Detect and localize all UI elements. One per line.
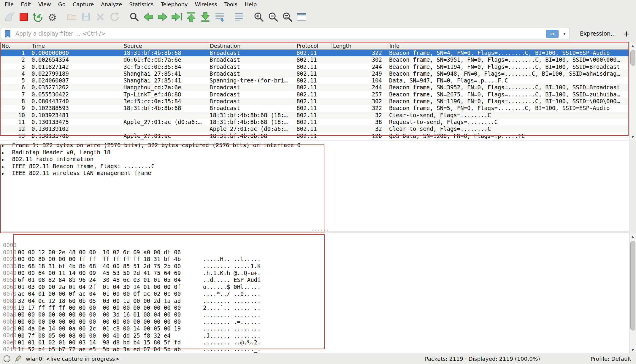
expander-icon[interactable]: ▸: [0, 170, 9, 177]
packet-row[interactable]: 10 0.103923481 18:31:bf:4b:8b:68 (18:… 8…: [0, 112, 629, 119]
hex-row[interactable]: 0030 00 00 64 00 11 14 00 09 45 53 50 2d…: [0, 256, 629, 263]
column-header-source[interactable]: Source: [122, 43, 208, 49]
filter-history-caret[interactable]: ▾: [560, 30, 569, 37]
expander-icon[interactable]: ▸: [0, 150, 9, 157]
hex-row[interactable]: 0060 ac 04 01 00 00 0f ac 04 01 00 00 0f…: [0, 276, 629, 283]
hex-row[interactable]: 00c0 00 7f 08 05 00 08 00 00 00 40 dd 25…: [0, 318, 629, 325]
zoom-in-icon: [253, 11, 265, 24]
menu-item[interactable]: Statistics: [126, 0, 157, 9]
column-header-no[interactable]: No.: [0, 43, 30, 49]
hex-row[interactable]: 0100 50 f2 02 01 01 84 00 03 a4 00 00 27…: [0, 346, 629, 353]
go-to-bottom-button[interactable]: [198, 11, 212, 24]
close-file-button[interactable]: [93, 11, 107, 24]
reload-file-button[interactable]: [107, 11, 122, 24]
apply-filter-button[interactable]: →: [546, 30, 559, 38]
stop-capture-button[interactable]: [17, 11, 31, 24]
packet-row[interactable]: 3 0.011827142 3c:f5:cc:0e:35:84 Broadcas…: [0, 63, 629, 70]
packet-row[interactable]: 13 0.130135706 Apple_27:01:ac 18:31:bf:4…: [0, 133, 629, 139]
hex-row[interactable]: 0010 00 00 80 00 00 00 ff ff ff ff ff ff…: [0, 242, 629, 249]
column-header-protocol[interactable]: Protocol: [295, 43, 332, 49]
packet-row[interactable]: 12 0.130139102 Apple_27:01:ac (d0:a6:… 8…: [0, 125, 629, 132]
column-header-time[interactable]: Time: [30, 43, 122, 49]
resize-columns-button[interactable]: [294, 11, 309, 24]
packet-row[interactable]: 5 0.024060087 Shanghai_27:85:41 Spanning…: [0, 77, 629, 84]
packet-row[interactable]: 4 0.022799189 Shanghai_27:85:41 Broadcas…: [0, 70, 629, 77]
packet-row[interactable]: 8 0.080443740 3e:f5:cc:0e:35:84 Broadcas…: [0, 98, 629, 105]
packet-row[interactable]: 11 0.130133475 Apple_27:01:ac (d0:a6:… 1…: [0, 119, 629, 125]
menu-item[interactable]: Help: [241, 0, 260, 9]
packet-detail-row[interactable]: ▸ IEEE 802.11 Beacon frame, Flags: .....…: [0, 163, 629, 170]
profile-text[interactable]: Profile: Default: [591, 356, 631, 362]
zoom-reset-button[interactable]: [280, 11, 294, 24]
colorize-button[interactable]: [232, 11, 246, 24]
hex-row[interactable]: 0050 01 03 00 00 2a 01 04 2f 01 04 30 14…: [0, 270, 629, 276]
packet-detail-row[interactable]: ▸ IEEE 802.11 wireless LAN management fr…: [0, 170, 629, 177]
scroll-down-icon[interactable]: ▼: [629, 346, 636, 353]
packet-detail-row[interactable]: ▸ Frame 1: 322 bytes on wire (2576 bits)…: [0, 142, 629, 149]
zoom-in-button[interactable]: [252, 11, 266, 24]
capture-status-text: wlan0: <live capture in progress>: [26, 356, 120, 362]
menu-item[interactable]: Tools: [221, 0, 241, 9]
packet-detail-row[interactable]: ▸ 802.11 radio information: [0, 156, 629, 163]
menu-item[interactable]: View: [35, 0, 55, 9]
open-file-button[interactable]: [65, 11, 79, 24]
splitter-handle-icon[interactable]: ······: [297, 227, 344, 234]
menu-item[interactable]: Analyze: [97, 0, 126, 9]
expander-icon[interactable]: ▸: [0, 156, 9, 163]
scroll-up-icon[interactable]: ▲: [629, 42, 636, 49]
scroll-down-icon[interactable]: ▼: [629, 133, 636, 140]
menu-item[interactable]: Telephony: [157, 0, 191, 9]
menu-item[interactable]: Edit: [17, 0, 35, 9]
hex-row[interactable]: 0000 00 00 12 00 2e 48 00 00 10 02 6c 09…: [0, 235, 629, 242]
packet-no: 12: [0, 125, 30, 132]
hex-row[interactable]: 00f0 3a ed dd 09 00 10 18 02 03 00 9c 00…: [0, 339, 629, 346]
hex-row[interactable]: 00b0 00 4a 0e 14 00 0a 00 2c 01 c8 00 14…: [0, 311, 629, 318]
capture-comment-icon[interactable]: [15, 355, 22, 362]
menu-item[interactable]: File: [1, 0, 17, 9]
menu-item[interactable]: Go: [55, 0, 69, 9]
hex-row[interactable]: 00d0 01 01 01 02 01 00 03 14 98 d8 bd b4…: [0, 325, 629, 332]
packet-row[interactable]: 9 0.102388593 18:31:bf:4b:8b:68 Broadcas…: [0, 105, 629, 112]
expression-button[interactable]: Expression...: [580, 30, 616, 37]
go-to-top-button[interactable]: [184, 11, 198, 24]
menu-item[interactable]: Wireless: [191, 0, 221, 9]
packet-list-scrollbar[interactable]: ▲ ▼: [629, 42, 636, 140]
expander-icon[interactable]: ▸: [0, 163, 9, 171]
packet-destination: Broadcast: [208, 91, 295, 98]
packet-list-scrollbar-thumb[interactable]: [630, 50, 635, 66]
expert-info-icon[interactable]: [4, 355, 10, 362]
save-file-button[interactable]: [79, 11, 93, 24]
hex-pane-scrollbar[interactable]: ▲ ▼: [629, 233, 636, 353]
hex-scrollbar-thumb[interactable]: [630, 241, 635, 330]
hex-row[interactable]: 0090 00 00 00 00 00 00 00 00 00 3d 16 01…: [0, 298, 629, 304]
add-filter-button[interactable]: +: [621, 29, 632, 38]
hex-row[interactable]: 00e0 1f 52 b4 b5 b7 72 ae e5 5b ab 3a ed…: [0, 332, 629, 339]
hex-row[interactable]: 0080 19 17 ff ff ff 00 00 00 00 00 00 00…: [0, 290, 629, 297]
zoom-out-button[interactable]: [266, 11, 280, 24]
menu-item[interactable]: Capture: [69, 0, 98, 9]
go-forward-button[interactable]: [156, 11, 170, 24]
restart-capture-button[interactable]: [31, 11, 45, 24]
hex-row[interactable]: 0070 32 04 0c 12 18 60 0b 05 03 00 1a 00…: [0, 284, 629, 290]
filter-bookmark-icon[interactable]: [4, 30, 12, 39]
column-header-destination[interactable]: Destination: [208, 43, 295, 49]
capture-options-button[interactable]: ⚙: [45, 11, 59, 24]
find-packet-button[interactable]: [127, 11, 141, 24]
packet-detail-row[interactable]: ▸ Radiotap Header v0, Length 18: [0, 149, 629, 156]
hex-row[interactable]: 00a0 00 00 00 00 00 00 00 00 00 00 00 00…: [0, 304, 629, 311]
scroll-up-icon[interactable]: ▲: [629, 233, 636, 240]
column-header-info[interactable]: Info: [388, 43, 629, 49]
expander-icon[interactable]: ▸: [0, 142, 9, 150]
packet-row[interactable]: 7 0.055536422 Tp-LinkT_ef:48:88 Broadcas…: [0, 91, 629, 98]
packet-row[interactable]: 6 0.035271262 Hangzhou_cd:7a:6e Broadcas…: [0, 84, 629, 91]
packet-row[interactable]: 2 0.002654354 d6:61:fe:cd:7a:6e Broadcas…: [0, 56, 629, 63]
hex-row[interactable]: 0020 8b 68 18 31 bf 4b 8b 68 40 00 85 51…: [0, 249, 629, 256]
column-header-length[interactable]: Length: [332, 43, 388, 49]
go-to-packet-button[interactable]: [170, 11, 184, 24]
hex-row[interactable]: 0040 6f 01 08 82 84 8b 96 24 30 48 6c 03…: [0, 263, 629, 270]
display-filter-input[interactable]: [1, 28, 570, 39]
start-capture-button[interactable]: [2, 11, 17, 24]
go-back-button[interactable]: [141, 11, 156, 24]
packet-row[interactable]: 1 0.000000000 18:31:bf:4b:8b:68 Broadcas…: [0, 50, 629, 56]
auto-scroll-button[interactable]: [212, 11, 227, 24]
